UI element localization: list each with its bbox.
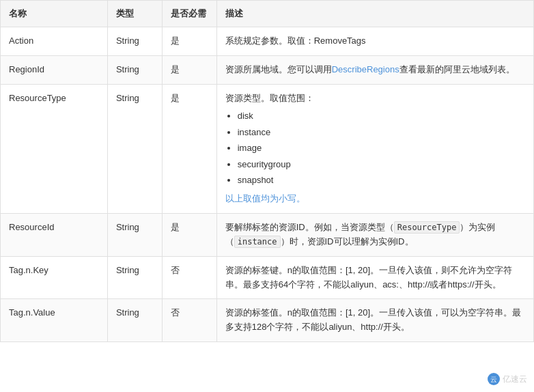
cell-name: Tag.n.Value [1,299,108,342]
table-row: ResourceIdString是要解绑标签的资源ID。例如，当资源类型（Res… [1,214,534,257]
cell-type: String [107,55,162,84]
cell-desc: 资源的标签值。n的取值范围：[1, 20]。一旦传入该值，可以为空字符串。最多支… [216,299,533,342]
desc-before: 资源类型。取值范围： [225,92,525,106]
list-item: instance [238,124,525,140]
header-required: 是否必需 [162,1,216,27]
cell-required: 否 [162,299,216,342]
header-desc: 描述 [216,1,533,27]
list-item: image [238,140,525,156]
table-row: ActionString是系统规定参数。取值：RemoveTags [1,27,534,56]
table-row: Tag.n.KeyString否资源的标签键。n的取值范围：[1, 20]。一旦… [1,256,534,299]
cell-desc: 资源的标签键。n的取值范围：[1, 20]。一旦传入该值，则不允许为空字符串。最… [216,256,533,299]
cell-name: RegionId [1,55,108,84]
cell-type: String [107,214,162,257]
cell-name: ResourceId [1,214,108,257]
desc-text: 要解绑标签的资源ID。例如，当资源类型（ [225,222,394,232]
cell-name: Tag.n.Key [1,256,108,299]
desc-code1: ResourceType [394,221,460,234]
cell-required: 是 [162,214,216,257]
cell-required: 是 [162,55,216,84]
desc-text: 资源所属地域。您可以调用 [225,64,332,74]
cell-type: String [107,27,162,56]
header-name: 名称 [1,1,108,27]
cell-required: 是 [162,84,216,214]
desc-code2: instance [234,236,281,248]
cell-name: ResourceType [1,84,108,214]
desc-list: diskinstanceimagesecuritygroupsnapshot [225,108,525,188]
cell-type: String [107,256,162,299]
desc-after: 以上取值均为小写。 [225,192,525,206]
header-type: 类型 [107,1,162,27]
cell-type: String [107,84,162,214]
list-item: securitygroup [238,156,525,172]
list-item: snapshot [238,172,525,188]
cell-desc: 系统规定参数。取值：RemoveTags [216,27,533,56]
table-row: ResourceTypeString是资源类型。取值范围：diskinstanc… [1,84,534,214]
cell-desc: 要解绑标签的资源ID。例如，当资源类型（ResourceType）为实例（ins… [216,214,533,257]
table-row: Tag.n.ValueString否资源的标签值。n的取值范围：[1, 20]。… [1,299,534,342]
desc-link[interactable]: DescribeRegions [332,64,399,74]
table-row: RegionIdString是资源所属地域。您可以调用DescribeRegio… [1,55,534,84]
cell-type: String [107,299,162,342]
cell-required: 否 [162,256,216,299]
desc-text-after: 查看最新的阿里云地域列表。 [399,64,515,74]
cell-desc: 资源所属地域。您可以调用DescribeRegions查看最新的阿里云地域列表。 [216,55,533,84]
desc-end: ）时，资源ID可以理解为实例ID。 [281,236,414,247]
list-item: disk [238,108,525,124]
cell-desc: 资源类型。取值范围：diskinstanceimagesecuritygroup… [216,84,533,214]
cell-required: 是 [162,27,216,56]
cell-name: Action [1,27,108,56]
